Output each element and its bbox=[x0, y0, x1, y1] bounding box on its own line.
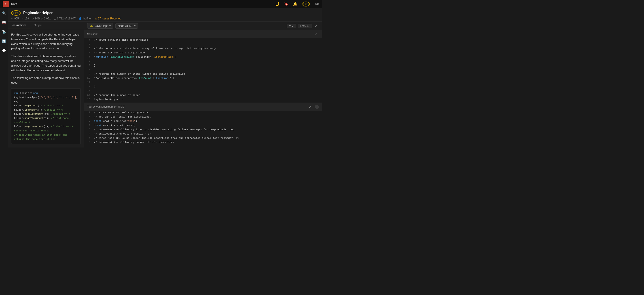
comment-2: //should == 6 bbox=[44, 109, 63, 111]
top-nav: ✦ Kata 🌙 🔖 🔔 6 kyu 134 bbox=[0, 0, 322, 8]
instructions-code-block: var helper = new PaginationHelper(['a','… bbox=[11, 88, 81, 144]
fn-pageitemcount-1: pageItemCount bbox=[24, 117, 44, 120]
sidebar-search-icon[interactable]: 🔍 bbox=[1, 10, 7, 16]
instr-code-line-2: helper.pageCount(); //should == 2 bbox=[14, 104, 78, 108]
tdd-line-6: 6// chai.config.truncateThreshold = 0; bbox=[84, 132, 322, 136]
solution-expand-icon[interactable]: ⤢ bbox=[313, 31, 319, 37]
sidebar-feed-icon[interactable]: 📡 bbox=[1, 29, 7, 34]
two-pane: Instructions Output For this exercise yo… bbox=[8, 22, 322, 147]
node-dropdown-icon: ▾ bbox=[134, 24, 136, 27]
kw-var: var bbox=[14, 92, 18, 94]
str-array: ['a','b','c','d','e','f'] bbox=[39, 96, 76, 99]
instr-code-line-5: helper.pageItemCount(1); // last page - … bbox=[14, 116, 78, 124]
sol-line-10: 10▾PaginationHelper.prototype.itemCount … bbox=[84, 76, 322, 81]
stars-count: 965 bbox=[14, 17, 19, 20]
tdd-line-8: 8// Uncomment the following to use the o… bbox=[84, 141, 322, 145]
js-icon: JS bbox=[90, 24, 93, 27]
sol-line-13: 13 bbox=[84, 89, 322, 93]
kata-meta: ☆ 965 ⑂ 179 ↗ 80% of 2,091 ◎ 6,712 of 19… bbox=[11, 17, 319, 20]
sidebar-chat-icon[interactable]: 💬 bbox=[1, 48, 7, 53]
tdd-help-icon[interactable]: ? bbox=[315, 105, 319, 109]
sol-line-3: 3// The constructor takes in an array of… bbox=[84, 47, 322, 51]
top-nav-right: 🌙 🔖 🔔 6 kyu 134 bbox=[275, 1, 319, 6]
meta-issues: ⚠ 27 Issues Reported bbox=[95, 17, 121, 20]
sol-line-5: 5▾function PaginationHelper(collection, … bbox=[84, 55, 322, 59]
sol-line-6: 6 bbox=[84, 59, 322, 64]
fn-itemcount: itemCount bbox=[24, 109, 38, 111]
language-selector[interactable]: JS JavaScript ▾ bbox=[87, 23, 113, 29]
toolbar-right: VIM EMACS ⤢ bbox=[287, 23, 319, 28]
kata-kyu-badge: 5 kyu bbox=[11, 10, 21, 16]
completion-text: 80% of 2,091 bbox=[35, 17, 51, 20]
instr-code-line-4: helper.pageItemCount(0); //should == 4 bbox=[14, 112, 78, 116]
solution-code-editor: 1// TODO: complete this object/class 2 3… bbox=[84, 38, 322, 103]
editor-panels: Solution: ⤢ 1// TODO: complete this obje… bbox=[84, 30, 322, 147]
editor-toolbar: JS JavaScript ▾ Node v8.1.3 ▾ VIM EMACS … bbox=[84, 22, 322, 30]
sol-line-7: 7} bbox=[84, 64, 322, 68]
solved-count: 6,712 of 19,947 bbox=[57, 17, 76, 20]
top-nav-left: ✦ Kata bbox=[3, 1, 17, 7]
instr-code-line-3: helper.itemCount(); //should == 6 bbox=[14, 108, 78, 112]
person-icon: 👤 bbox=[79, 17, 82, 20]
percent-icon: ↗ bbox=[32, 17, 34, 20]
tdd-panel-header: Test Driven Development (TDD) ⤢ ? bbox=[84, 103, 322, 111]
logo-icon[interactable]: ✦ bbox=[3, 1, 9, 7]
star-icon: ☆ bbox=[11, 17, 14, 20]
kw-new: new bbox=[33, 92, 38, 94]
content-area: 5 kyu PaginationHelper ☆ 965 ⑂ 179 ↗ 80%… bbox=[8, 8, 322, 147]
comment-6: // pageIndex takes an item index and ret… bbox=[14, 134, 67, 141]
tab-output[interactable]: Output bbox=[30, 22, 46, 29]
lang-dropdown-icon: ▾ bbox=[109, 24, 111, 27]
meta-completion: ↗ 80% of 2,091 bbox=[32, 17, 51, 20]
fullscreen-button[interactable]: ⤢ bbox=[313, 23, 319, 28]
kata-title: PaginationHelper bbox=[23, 11, 53, 15]
instructions-para2: The class is designed to take in an arra… bbox=[11, 54, 81, 73]
tdd-panel: Test Driven Development (TDD) ⤢ ? 1// Si… bbox=[84, 103, 322, 147]
sol-line-2: 2 bbox=[84, 42, 322, 47]
tabs-bar: Instructions Output bbox=[8, 22, 84, 29]
fn-pageitemcount-0: pageItemCount bbox=[24, 113, 44, 115]
instructions-para3: The following are some examples of how t… bbox=[11, 76, 81, 85]
meta-solved: ◎ 6,712 of 19,947 bbox=[54, 17, 76, 20]
clock-icon: ◎ bbox=[54, 17, 56, 20]
nav-kata-label: Kata bbox=[11, 2, 17, 5]
honor-count: 134 bbox=[314, 2, 319, 5]
moon-icon[interactable]: 🌙 bbox=[275, 2, 280, 6]
solution-panel-actions: ⤢ bbox=[313, 31, 319, 37]
bookmark-icon[interactable]: 🔖 bbox=[284, 2, 288, 6]
toolbar-left: JS JavaScript ▾ Node v8.1.3 ▾ bbox=[87, 23, 138, 29]
meta-stars: ☆ 965 bbox=[11, 17, 19, 20]
comment-5: // should == -1 since the page is invali bbox=[14, 125, 73, 132]
instr-code-line-6: helper.pageItemCount(2); // should == -1… bbox=[14, 124, 78, 133]
kyu-badge-top: 6 kyu bbox=[302, 1, 310, 6]
vim-button[interactable]: VIM bbox=[287, 24, 296, 28]
bell-icon[interactable]: 🔔 bbox=[293, 2, 298, 6]
comment-3: //should == 4 bbox=[51, 113, 70, 115]
comment-1: //should == 2 bbox=[44, 104, 63, 107]
sol-line-9: 9// returns the number of items within t… bbox=[84, 72, 322, 76]
tdd-expand-icon[interactable]: ⤢ bbox=[308, 104, 313, 109]
node-name: Node v8.1.3 bbox=[118, 24, 132, 27]
emacs-button[interactable]: EMACS bbox=[298, 24, 312, 28]
tdd-line-3: 3const chai = require("chai"); bbox=[84, 119, 322, 124]
tdd-panel-title: Test Driven Development (TDD) bbox=[87, 105, 125, 108]
tdd-line-4: 4const assert = chai.assert; bbox=[84, 124, 322, 128]
main-container: 🔍 📖 📡 🔄 💬 5 kyu PaginationHelper ☆ 965 ⑂… bbox=[0, 8, 322, 147]
sol-line-11: 11 bbox=[84, 81, 322, 85]
instructions-content: For this exercise you will be strengthen… bbox=[8, 29, 84, 147]
sol-line-15: 15PaginationHelper... bbox=[84, 98, 322, 102]
forks-count: 179 bbox=[24, 17, 29, 20]
author-name: jhoffner bbox=[83, 17, 92, 20]
tab-instructions[interactable]: Instructions bbox=[8, 22, 30, 29]
right-pane: JS JavaScript ▾ Node v8.1.3 ▾ VIM EMACS … bbox=[84, 22, 322, 147]
tdd-line-1: 1// Since Node 10, we're using Mocha. bbox=[84, 111, 322, 115]
tdd-panel-actions: ⤢ ? bbox=[308, 104, 319, 109]
node-selector[interactable]: Node v8.1.3 ▾ bbox=[116, 23, 138, 29]
sidebar-book-icon[interactable]: 📖 bbox=[1, 20, 7, 25]
sidebar-sync-icon[interactable]: 🔄 bbox=[1, 38, 7, 44]
kata-header: 5 kyu PaginationHelper ☆ 965 ⑂ 179 ↗ 80%… bbox=[8, 8, 322, 22]
instructions-para1: For this exercise you will be strengthen… bbox=[11, 32, 81, 51]
tdd-line-5: 5// Uncomment the following line to disa… bbox=[84, 128, 322, 132]
solution-panel-header: Solution: ⤢ bbox=[84, 30, 322, 38]
left-sidebar: 🔍 📖 📡 🔄 💬 bbox=[0, 8, 8, 147]
